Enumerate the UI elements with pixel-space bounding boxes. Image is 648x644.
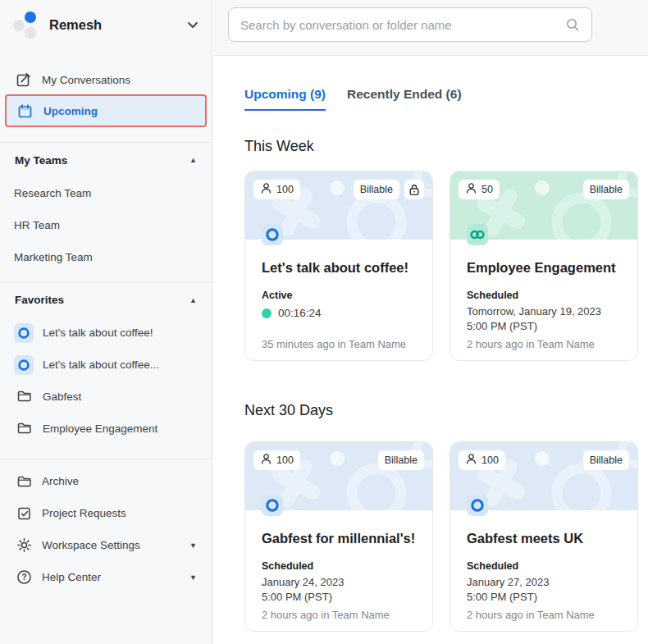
card-body: Gabfest for millennial's!ScheduledJanuar…: [245, 530, 432, 605]
banner-row: 100Billable: [245, 180, 432, 199]
tab-upcoming-9-[interactable]: Upcoming (9): [244, 87, 326, 111]
collapse-up-icon: ▲: [189, 156, 197, 164]
card-status: Active: [262, 290, 416, 301]
tab-recently-ended-6-[interactable]: Recently Ended (6): [347, 87, 462, 111]
banner-row: 100Billable: [245, 450, 432, 470]
sidebar-item-label: Project Requests: [42, 507, 126, 519]
infinity-icon: [467, 224, 488, 245]
sidebar-item-label: My Conversations: [42, 74, 130, 86]
team-label: Marketing Team: [14, 251, 93, 263]
sidebar-item-help-center[interactable]: ?Help Center▼: [0, 561, 212, 593]
conversation-card[interactable]: 50BillableEmployee EngagementScheduledTo…: [449, 171, 638, 361]
card-title: Employee Engagement: [467, 259, 621, 276]
sidebar-item-workspace-settings[interactable]: Workspace Settings▼: [0, 529, 212, 561]
favorite-label: Let's talk about coffee...: [43, 359, 159, 371]
primary-nav: My ConversationsUpcoming: [0, 67, 212, 127]
expand-down-icon: ▼: [189, 573, 197, 582]
favorite-item[interactable]: Employee Engagement: [0, 413, 212, 445]
schedule-date-line: 5:00 PM (PST): [262, 590, 416, 605]
active-dot-icon: [262, 308, 272, 318]
participant-count: 100: [276, 184, 294, 195]
timer-value: 00:16:24: [278, 307, 322, 319]
schedule-date-line: 5:00 PM (PST): [467, 319, 621, 334]
card-body: Gabfest meets UKScheduledJanuary 27, 202…: [450, 530, 637, 605]
tab-bar: Upcoming (9)Recently Ended (6): [244, 87, 638, 111]
compose-icon: [15, 72, 31, 88]
billable-badge: Billable: [583, 450, 629, 470]
conversation-card[interactable]: 100BillableLet's talk about coffee!Activ…: [244, 171, 433, 361]
sidebar: Remesh My ConversationsUpcoming My Teams…: [0, 0, 212, 644]
sidebar-footer-nav: ArchiveProject RequestsWorkspace Setting…: [0, 465, 212, 593]
timer-row: 00:16:24: [262, 307, 416, 319]
chevron-down-icon[interactable]: [187, 21, 199, 29]
conversation-card[interactable]: 100BillableGabfest meets UKScheduledJanu…: [449, 441, 638, 632]
section-heading: Next 30 Days: [244, 402, 638, 419]
favorite-item[interactable]: Gabfest: [0, 381, 212, 413]
team-item[interactable]: HR Team: [0, 209, 212, 241]
my-teams-section-header[interactable]: My Teams ▲: [0, 143, 212, 177]
participant-count-pill: 50: [459, 180, 500, 199]
ring-icon: [467, 495, 488, 516]
person-icon: [465, 182, 477, 197]
participant-count-pill: 100: [459, 450, 505, 470]
sidebar-item-label: Archive: [42, 475, 79, 487]
team-label: Research Team: [14, 187, 91, 199]
schedule-date-line: January 24, 2023: [262, 575, 416, 590]
card-footer: 35 minutes ago in Team Name: [262, 338, 406, 350]
folder-icon: [16, 420, 32, 438]
gear-icon: [15, 537, 33, 553]
billable-badge: Billable: [378, 450, 424, 470]
favorite-label: Let's talk about coffee!: [43, 327, 153, 339]
card-status: Scheduled: [467, 290, 621, 301]
favorite-item[interactable]: Let's talk about coffee...: [0, 349, 212, 381]
participant-count-pill: 100: [253, 180, 300, 199]
search-input[interactable]: [240, 18, 565, 32]
calendar-icon: [16, 103, 33, 119]
person-icon: [260, 453, 272, 468]
participant-count-pill: 100: [253, 450, 300, 470]
conversation-card[interactable]: 100BillableGabfest for millennial's!Sche…: [244, 441, 433, 632]
lock-icon: [404, 180, 424, 199]
favorite-item[interactable]: Let's talk about coffee!: [0, 317, 212, 349]
svg-text:?: ?: [21, 573, 26, 582]
sidebar-item-label: Workspace Settings: [42, 539, 140, 551]
expand-down-icon: ▼: [189, 541, 197, 550]
divider: [0, 459, 212, 459]
favorite-label: Gabfest: [43, 391, 81, 403]
schedule-dates: January 24, 20235:00 PM (PST): [262, 575, 416, 605]
participant-count: 100: [481, 454, 499, 466]
project-requests-icon: [15, 505, 33, 521]
ring-icon: [262, 495, 283, 516]
conversation-icon: [14, 355, 34, 375]
schedule-dates: January 27, 20235:00 PM (PST): [467, 575, 621, 605]
conversation-sections: This Week100BillableLet's talk about cof…: [244, 138, 638, 632]
banner-row: 50Billable: [450, 180, 637, 199]
sidebar-item-my-conversations[interactable]: My Conversations: [0, 67, 212, 92]
card-status: Scheduled: [262, 560, 416, 572]
banner-row: 100Billable: [450, 450, 637, 470]
card-status: Scheduled: [467, 560, 621, 572]
team-item[interactable]: Research Team: [0, 177, 212, 209]
card-title: Gabfest for millennial's!: [262, 530, 416, 546]
schedule-date-line: January 27, 2023: [467, 575, 621, 590]
person-icon: [260, 182, 272, 197]
help-icon: ?: [15, 569, 33, 585]
workspace-switcher[interactable]: Remesh: [0, 0, 212, 49]
remesh-logo-icon: [11, 9, 43, 40]
sidebar-item-project-requests[interactable]: Project Requests: [0, 497, 212, 529]
team-label: HR Team: [14, 219, 60, 231]
sidebar-item-archive[interactable]: Archive: [0, 465, 212, 497]
schedule-date-line: 5:00 PM (PST): [467, 590, 621, 605]
favorites-section-header[interactable]: Favorites ▲: [0, 283, 212, 317]
conversation-icon: [14, 323, 34, 343]
schedule-date-line: Tomorrow, January 19, 2023: [467, 304, 621, 319]
search-icon: [565, 17, 580, 32]
team-item[interactable]: Marketing Team: [0, 241, 212, 273]
schedule-dates: Tomorrow, January 19, 20235:00 PM (PST): [467, 304, 621, 334]
card-body: Employee EngagementScheduledTomorrow, Ja…: [450, 259, 637, 334]
search-box[interactable]: [228, 7, 592, 42]
main-content: Upcoming (9)Recently Ended (6) This Week…: [213, 57, 648, 644]
collapse-up-icon: ▲: [189, 296, 197, 304]
sidebar-item-label: Upcoming: [43, 105, 98, 117]
sidebar-item-upcoming[interactable]: Upcoming: [5, 94, 207, 127]
